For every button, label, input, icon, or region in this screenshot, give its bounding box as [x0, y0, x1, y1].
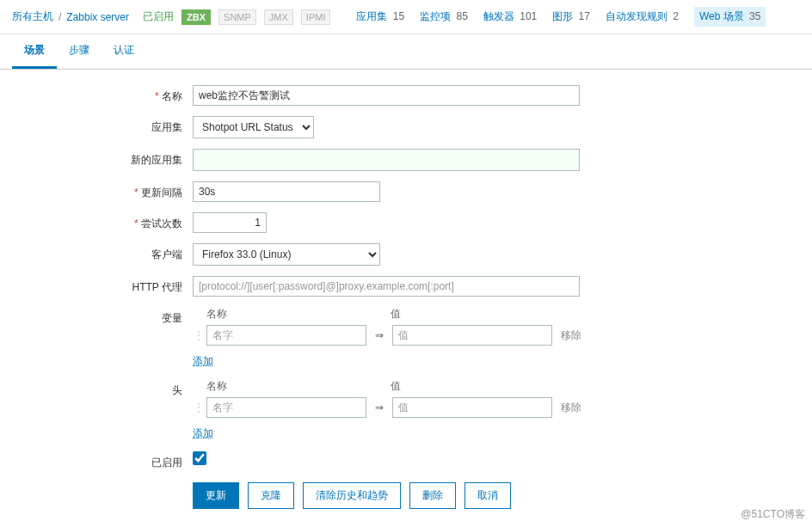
interval-input[interactable]	[193, 181, 380, 202]
button-row: 更新 克隆 清除历史和趋势 删除 取消	[193, 482, 800, 509]
badge-snmp: SNMP	[218, 9, 256, 25]
app-label: 应用集	[12, 116, 193, 135]
agent-select[interactable]: Firefox 33.0 (Linux)	[193, 243, 380, 266]
name-label: 名称	[12, 85, 193, 104]
interval-label: 更新间隔	[12, 181, 193, 200]
arrow-icon: ⇒	[366, 401, 392, 414]
nav-discovery[interactable]: 自动发现规则 2	[606, 9, 679, 24]
nav-applications[interactable]: 应用集 15	[356, 9, 404, 24]
proxy-input[interactable]	[193, 276, 580, 297]
header-add-link[interactable]: 添加	[193, 426, 213, 441]
enabled-label: 已启用	[12, 451, 193, 470]
delete-button[interactable]: 删除	[409, 482, 456, 509]
retries-label: 尝试次数	[12, 212, 193, 231]
kv-name-header2: 名称	[193, 379, 365, 394]
update-button[interactable]: 更新	[193, 482, 239, 509]
breadcrumb-sep: /	[58, 11, 61, 23]
arrow-icon: ⇒	[366, 329, 392, 341]
var-remove-link[interactable]: 移除	[561, 328, 581, 343]
form: 名称 应用集 Shotpot URL Status 新的应用集 更新间隔 尝试次…	[0, 70, 812, 524]
watermark: @51CTO博客	[741, 507, 805, 522]
tab-scenario[interactable]: 场景	[12, 34, 57, 69]
newapp-label: 新的应用集	[12, 149, 193, 168]
proxy-label: HTTP 代理	[12, 276, 193, 295]
kv-name-header: 名称	[193, 307, 365, 322]
header-remove-link[interactable]: 移除	[561, 401, 581, 415]
breadcrumb: 所有主机 / Zabbix server 已启用 ZBX SNMP JMX IP…	[0, 0, 812, 34]
header-value-input[interactable]	[392, 397, 552, 418]
tabs: 场景 步骤 认证	[0, 34, 812, 70]
drag-handle-icon[interactable]: ⋮⋮	[193, 401, 203, 414]
nav-triggers[interactable]: 触发器 101	[483, 9, 537, 24]
var-value-input[interactable]	[392, 325, 552, 346]
breadcrumb-all-hosts[interactable]: 所有主机	[12, 9, 53, 24]
tab-auth[interactable]: 认证	[102, 34, 146, 69]
nav-items[interactable]: 监控项 85	[420, 9, 468, 24]
breadcrumb-host[interactable]: Zabbix server	[66, 11, 129, 23]
nav-graphs[interactable]: 图形 17	[552, 9, 590, 24]
header-name-input[interactable]	[206, 397, 366, 418]
status-enabled: 已启用	[143, 9, 174, 24]
var-name-input[interactable]	[206, 325, 366, 346]
kv-value-header2: 值	[391, 379, 563, 394]
tab-steps[interactable]: 步骤	[57, 34, 102, 69]
name-input[interactable]	[193, 85, 580, 106]
badge-zbx: ZBX	[181, 9, 211, 25]
kv-value-header: 值	[391, 307, 563, 322]
cancel-button[interactable]: 取消	[464, 482, 511, 509]
newapp-input[interactable]	[193, 149, 580, 171]
agent-label: 客户端	[12, 243, 193, 262]
app-select[interactable]: Shotpot URL Status	[193, 116, 314, 138]
enabled-checkbox[interactable]	[193, 451, 206, 465]
retries-input[interactable]	[193, 212, 267, 233]
badge-ipmi: IPMI	[301, 9, 331, 25]
drag-handle-icon[interactable]: ⋮⋮	[193, 328, 203, 342]
badge-jmx: JMX	[264, 9, 293, 25]
vars-label: 变量	[12, 307, 193, 326]
headers-label: 头	[12, 379, 193, 398]
clear-button[interactable]: 清除历史和趋势	[303, 482, 401, 509]
clone-button[interactable]: 克隆	[248, 482, 294, 509]
var-add-link[interactable]: 添加	[193, 354, 213, 369]
nav-web-scenarios[interactable]: Web 场景 35	[694, 7, 766, 27]
